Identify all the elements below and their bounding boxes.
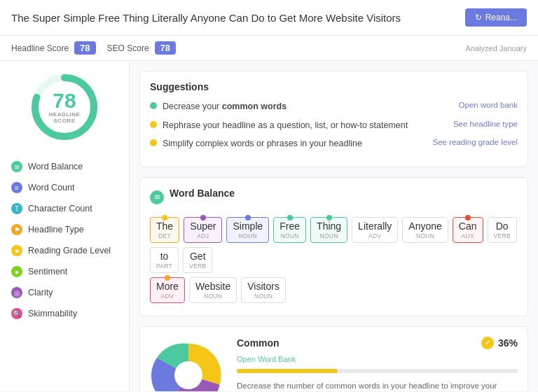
score-circle: 78 HEADLINESCORE <box>29 72 99 142</box>
suggestion-text-3: Simplify complex words or phrases in you… <box>163 138 362 150</box>
word-token-website[interactable]: WebsiteNOUN <box>189 277 237 303</box>
suggestion-text-2: Rephrase your headline as a question, li… <box>163 120 408 132</box>
pie-chart <box>150 337 227 392</box>
page-title: The Super Simple Free Thing Literally An… <box>11 12 465 24</box>
common-title: Common <box>237 337 280 349</box>
headline-type-label: Headline Type <box>28 225 84 234</box>
word-token-free[interactable]: FreeNOUN <box>273 217 306 243</box>
headline-score-label: Headline Score <box>11 43 69 53</box>
word-token-visitors[interactable]: VisitorsNOUN <box>241 277 286 303</box>
skimmability-icon: 🔍 <box>11 308 22 319</box>
reana-icon: ↻ <box>475 13 482 22</box>
sidebar-item-clarity[interactable]: ◎ Clarity <box>0 282 129 303</box>
character-count-icon: T <box>11 203 22 214</box>
token-dot-super <box>200 215 206 220</box>
sentiment-icon: ● <box>11 266 22 277</box>
words-row-2: MoreADV WebsiteNOUN VisitorsNOUN <box>150 277 518 303</box>
clarity-label: Clarity <box>28 288 53 298</box>
token-dot-more <box>165 275 170 281</box>
sidebar-item-word-balance[interactable]: ≋ Word Balance <box>0 156 129 177</box>
character-count-label: Character Count <box>28 204 92 214</box>
suggestion-item-1: Decrease your common words Open word ban… <box>150 101 518 113</box>
word-count-icon: ≡ <box>11 182 22 193</box>
word-token-do[interactable]: DoVERB <box>488 217 517 243</box>
reading-grade-label: Reading Grade Level <box>28 246 111 255</box>
token-dot-thing <box>326 215 332 220</box>
word-count-label: Word Count <box>28 183 74 192</box>
common-header: Common ✓ 36% <box>237 337 518 349</box>
score-number: 78 <box>49 90 81 111</box>
word-token-simple[interactable]: SimpleNOUN <box>226 217 269 243</box>
main-content: Suggestions Decrease your common words O… <box>130 61 538 391</box>
analyzed-text: Analyzed January <box>466 44 527 52</box>
word-token-can[interactable]: CanAUX <box>453 217 483 243</box>
header: The Super Simple Free Thing Literally An… <box>0 0 538 36</box>
common-info: Common ✓ 36% Open Word Bank Decrease the… <box>237 337 518 392</box>
seo-score-tab[interactable]: SEO Score 78 <box>107 41 177 55</box>
word-token-literally[interactable]: LiterallyADV <box>352 217 398 243</box>
see-headline-type-link[interactable]: See headline type <box>453 120 518 128</box>
word-token-super[interactable]: SuperADJ <box>184 217 222 243</box>
sidebar-menu: ≋ Word Balance ≡ Word Count T Character … <box>0 156 129 324</box>
bottom-section: Common ✓ 36% Open Word Bank Decrease the… <box>150 337 518 392</box>
svg-point-3 <box>174 361 202 389</box>
suggestion-text-1: Decrease your common words <box>163 101 287 113</box>
word-balance-card-title: Word Balance <box>170 188 235 199</box>
see-reading-grade-link[interactable]: See reading grade level <box>433 138 518 146</box>
token-dot-the <box>162 215 167 220</box>
word-token-the[interactable]: TheDET <box>150 217 179 243</box>
suggestion-item-2: Rephrase your headline as a question, li… <box>150 120 518 132</box>
suggestion-dot-3 <box>150 139 157 146</box>
seo-score-badge: 78 <box>155 41 176 55</box>
word-balance-label: Word Balance <box>28 162 83 172</box>
progress-bar <box>237 369 518 373</box>
suggestion-dot-2 <box>150 121 157 128</box>
main-layout: 78 HEADLINESCORE ≋ Word Balance ≡ Word C… <box>0 61 538 391</box>
word-balance-icon: ≋ <box>11 161 22 172</box>
sidebar-item-skimmability[interactable]: 🔍 Skimmability <box>0 303 129 324</box>
words-row: TheDET SuperADJ SimpleNOUN FreeNOUN Thin… <box>150 217 518 273</box>
score-tabs: Headline Score 78 SEO Score 78 Analyzed … <box>0 36 538 61</box>
score-label: HEADLINESCORE <box>49 111 81 124</box>
sidebar: 78 HEADLINESCORE ≋ Word Balance ≡ Word C… <box>0 61 130 391</box>
check-circle-icon: ✓ <box>481 337 494 349</box>
open-word-bank-link[interactable]: Open word bank <box>459 101 518 109</box>
reana-button[interactable]: ↻ Reana... <box>465 8 527 27</box>
word-balance-title-row: ≋ Word Balance <box>150 188 518 207</box>
word-token-thing[interactable]: ThingNOUN <box>310 217 347 243</box>
open-word-bank-link-2[interactable]: Open Word Bank <box>237 355 296 363</box>
sidebar-item-word-count[interactable]: ≡ Word Count <box>0 177 129 198</box>
sentiment-label: Sentiment <box>28 267 67 276</box>
score-circle-container: 78 HEADLINESCORE <box>0 72 129 142</box>
headline-score-badge: 78 <box>74 41 95 55</box>
sidebar-item-headline-type[interactable]: ⚑ Headline Type <box>0 219 129 240</box>
reading-grade-icon: ★ <box>11 245 22 256</box>
token-dot-simple <box>245 215 251 220</box>
seo-score-label: SEO Score <box>107 43 149 53</box>
word-token-get[interactable]: GetVERB <box>183 247 212 273</box>
common-percentage: ✓ 36% <box>481 337 518 349</box>
suggestions-title: Suggestions <box>150 81 518 92</box>
suggestions-card: Suggestions Decrease your common words O… <box>139 71 528 167</box>
pie-chart-container <box>150 337 227 392</box>
common-description: Decrease the number of common words in y… <box>237 380 518 392</box>
suggestion-item-3: Simplify complex words or phrases in you… <box>150 138 518 150</box>
word-token-to[interactable]: toPART <box>150 247 179 273</box>
clarity-icon: ◎ <box>11 287 22 298</box>
word-balance-card: ≋ Word Balance TheDET SuperADJ SimpleNOU… <box>139 177 528 316</box>
headline-score-tab[interactable]: Headline Score 78 <box>11 41 96 55</box>
suggestion-dot-1 <box>150 102 157 109</box>
common-card: Common ✓ 36% Open Word Bank Decrease the… <box>139 326 528 392</box>
word-token-anyone[interactable]: AnyoneNOUN <box>402 217 448 243</box>
score-circle-text: 78 HEADLINESCORE <box>49 90 81 124</box>
sidebar-item-sentiment[interactable]: ● Sentiment <box>0 261 129 282</box>
word-token-more[interactable]: MoreADV <box>150 277 185 303</box>
sidebar-item-reading-grade[interactable]: ★ Reading Grade Level <box>0 240 129 261</box>
word-balance-card-icon: ≋ <box>150 190 164 204</box>
skimmability-label: Skimmability <box>28 309 77 318</box>
sidebar-item-character-count[interactable]: T Character Count <box>0 198 129 219</box>
progress-bar-fill <box>237 369 338 373</box>
headline-type-icon: ⚑ <box>11 224 22 235</box>
token-dot-can <box>465 215 471 220</box>
token-dot-free <box>287 215 293 220</box>
